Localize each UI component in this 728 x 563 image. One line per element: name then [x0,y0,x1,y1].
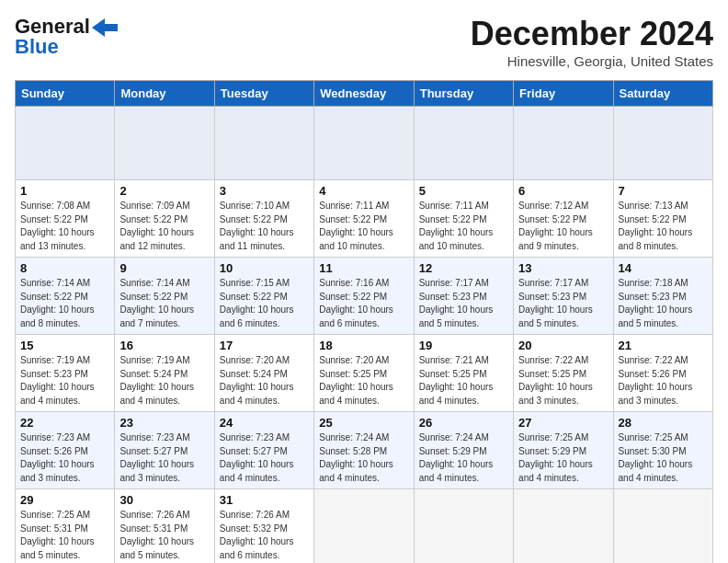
day-info: Sunrise: 7:23 AM Sunset: 5:27 PM Dayligh… [220,431,309,485]
day-number: 23 [119,416,209,430]
page-header: General Blue December 2024 Hinesville, G… [15,15,713,69]
day-info: Sunrise: 7:19 AM Sunset: 5:24 PM Dayligh… [119,354,209,408]
day-number: 5 [419,184,508,198]
day-number: 21 [619,339,708,352]
calendar-day-cell: 8Sunrise: 7:14 AM Sunset: 5:22 PM Daylig… [16,258,115,335]
day-info: Sunrise: 7:11 AM Sunset: 5:22 PM Dayligh… [419,200,508,253]
day-number: 19 [419,339,508,352]
day-info: Sunrise: 7:17 AM Sunset: 5:23 PM Dayligh… [419,277,508,330]
day-info: Sunrise: 7:14 AM Sunset: 5:22 PM Dayligh… [20,277,109,330]
day-info: Sunrise: 7:15 AM Sunset: 5:22 PM Dayligh… [220,277,309,330]
calendar-week-row: 8Sunrise: 7:14 AM Sunset: 5:22 PM Daylig… [16,258,713,335]
day-number: 20 [518,339,608,352]
calendar-week-row [16,107,713,180]
day-info: Sunrise: 7:22 AM Sunset: 5:25 PM Dayligh… [518,354,608,408]
day-number: 13 [518,261,608,275]
calendar-day-cell: 17Sunrise: 7:20 AM Sunset: 5:24 PM Dayli… [214,335,313,412]
calendar-day-cell: 31Sunrise: 7:26 AM Sunset: 5:32 PM Dayli… [214,489,313,564]
day-number: 8 [20,261,109,275]
day-info: Sunrise: 7:13 AM Sunset: 5:22 PM Dayligh… [619,200,708,253]
calendar-day-cell [414,489,513,564]
day-number: 22 [20,416,109,430]
calendar-day-cell [414,107,513,180]
weekday-header: Sunday [16,81,115,107]
calendar-day-cell: 2Sunrise: 7:09 AM Sunset: 5:22 PM Daylig… [115,180,214,258]
day-info: Sunrise: 7:08 AM Sunset: 5:22 PM Dayligh… [20,200,109,253]
calendar-day-cell [514,489,613,564]
calendar-day-cell: 24Sunrise: 7:23 AM Sunset: 5:27 PM Dayli… [214,412,313,489]
weekday-header: Monday [115,81,214,107]
day-info: Sunrise: 7:10 AM Sunset: 5:22 PM Dayligh… [220,200,309,253]
day-info: Sunrise: 7:20 AM Sunset: 5:24 PM Dayligh… [220,354,309,408]
day-info: Sunrise: 7:23 AM Sunset: 5:26 PM Dayligh… [20,431,109,485]
calendar-table: SundayMondayTuesdayWednesdayThursdayFrid… [15,80,713,563]
day-info: Sunrise: 7:16 AM Sunset: 5:22 PM Dayligh… [319,277,408,330]
weekday-header: Tuesday [214,81,313,107]
calendar-week-row: 29Sunrise: 7:25 AM Sunset: 5:31 PM Dayli… [16,489,713,564]
day-number: 30 [119,493,209,507]
calendar-day-cell [613,489,712,564]
day-number: 26 [419,416,508,430]
calendar-day-cell: 3Sunrise: 7:10 AM Sunset: 5:22 PM Daylig… [214,180,313,258]
calendar-day-cell [314,489,414,564]
day-info: Sunrise: 7:12 AM Sunset: 5:22 PM Dayligh… [518,200,608,253]
day-info: Sunrise: 7:14 AM Sunset: 5:22 PM Dayligh… [119,277,209,330]
day-info: Sunrise: 7:25 AM Sunset: 5:29 PM Dayligh… [518,431,608,485]
calendar-week-row: 1Sunrise: 7:08 AM Sunset: 5:22 PM Daylig… [16,180,713,258]
day-number: 12 [419,261,508,275]
day-number: 3 [220,184,309,198]
calendar-day-cell: 18Sunrise: 7:20 AM Sunset: 5:25 PM Dayli… [314,335,414,412]
day-number: 9 [119,261,209,275]
day-info: Sunrise: 7:11 AM Sunset: 5:22 PM Dayligh… [319,200,408,253]
day-info: Sunrise: 7:23 AM Sunset: 5:27 PM Dayligh… [119,431,209,485]
day-number: 4 [319,184,408,198]
day-number: 29 [20,493,109,507]
calendar-day-cell [314,107,414,180]
calendar-day-cell: 12Sunrise: 7:17 AM Sunset: 5:23 PM Dayli… [414,258,513,335]
weekday-header: Friday [514,81,613,107]
calendar-day-cell: 30Sunrise: 7:26 AM Sunset: 5:31 PM Dayli… [115,489,214,564]
logo: General Blue [15,15,118,59]
calendar-week-row: 15Sunrise: 7:19 AM Sunset: 5:23 PM Dayli… [16,335,713,412]
calendar-week-row: 22Sunrise: 7:23 AM Sunset: 5:26 PM Dayli… [16,412,713,489]
calendar-day-cell: 5Sunrise: 7:11 AM Sunset: 5:22 PM Daylig… [414,180,513,258]
month-title: December 2024 [471,15,713,53]
logo-blue: Blue [15,35,59,59]
calendar-header-row: SundayMondayTuesdayWednesdayThursdayFrid… [16,81,713,107]
calendar-day-cell: 22Sunrise: 7:23 AM Sunset: 5:26 PM Dayli… [16,412,115,489]
day-number: 17 [220,339,309,352]
svg-marker-0 [92,18,118,37]
day-info: Sunrise: 7:18 AM Sunset: 5:23 PM Dayligh… [619,277,708,330]
location-text: Hinesville, Georgia, United States [471,53,713,69]
day-info: Sunrise: 7:09 AM Sunset: 5:22 PM Dayligh… [119,200,209,253]
calendar-day-cell: 6Sunrise: 7:12 AM Sunset: 5:22 PM Daylig… [514,180,613,258]
day-number: 31 [220,493,309,507]
day-number: 28 [619,416,708,430]
day-number: 18 [319,339,408,352]
calendar-day-cell: 26Sunrise: 7:24 AM Sunset: 5:29 PM Dayli… [414,412,513,489]
calendar-day-cell: 28Sunrise: 7:25 AM Sunset: 5:30 PM Dayli… [613,412,712,489]
calendar-day-cell: 19Sunrise: 7:21 AM Sunset: 5:25 PM Dayli… [414,335,513,412]
title-block: December 2024 Hinesville, Georgia, Unite… [471,15,713,69]
calendar-day-cell: 21Sunrise: 7:22 AM Sunset: 5:26 PM Dayli… [613,335,712,412]
day-info: Sunrise: 7:25 AM Sunset: 5:30 PM Dayligh… [619,431,708,485]
weekday-header: Saturday [613,81,712,107]
day-number: 10 [220,261,309,275]
day-info: Sunrise: 7:22 AM Sunset: 5:26 PM Dayligh… [619,354,708,408]
calendar-day-cell: 11Sunrise: 7:16 AM Sunset: 5:22 PM Dayli… [314,258,414,335]
day-number: 6 [518,184,608,198]
calendar-day-cell: 1Sunrise: 7:08 AM Sunset: 5:22 PM Daylig… [16,180,115,258]
calendar-day-cell [214,107,313,180]
calendar-day-cell: 16Sunrise: 7:19 AM Sunset: 5:24 PM Dayli… [115,335,214,412]
day-number: 15 [20,339,109,352]
calendar-day-cell [613,107,712,180]
day-number: 27 [518,416,608,430]
day-number: 25 [319,416,408,430]
calendar-day-cell: 29Sunrise: 7:25 AM Sunset: 5:31 PM Dayli… [16,489,115,564]
day-info: Sunrise: 7:20 AM Sunset: 5:25 PM Dayligh… [319,354,408,408]
weekday-header: Wednesday [314,81,414,107]
calendar-day-cell [16,107,115,180]
logo-arrow-icon [92,18,118,37]
calendar-day-cell: 15Sunrise: 7:19 AM Sunset: 5:23 PM Dayli… [16,335,115,412]
day-number: 2 [119,184,209,198]
